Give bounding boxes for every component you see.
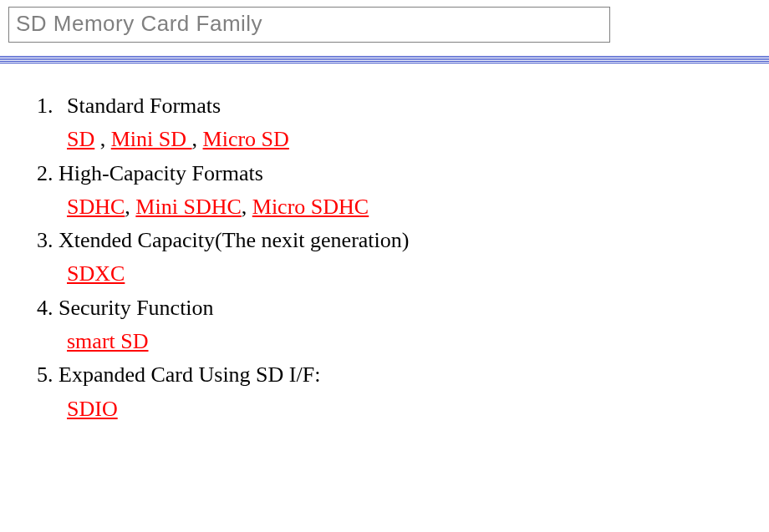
item-title: Standard Formats [67,94,221,118]
item-links: SDIO [37,393,769,426]
list-item: 4. Security Function smart SD [37,291,769,359]
item-number: 1. [37,89,67,123]
item-heading: 1.Standard Formats [37,94,221,118]
list-item: 2. High-Capacity Formats SDHC, Mini SDHC… [37,157,769,225]
link-micro-sdhc[interactable]: Micro SDHC [252,195,369,219]
item-title: Security Function [59,296,214,320]
link-sdxc[interactable]: SDXC [67,261,125,286]
item-number: 4. [37,296,53,320]
link-micro-sd[interactable]: Micro SD [203,127,289,151]
separator: , [94,127,111,151]
item-number: 3. [37,228,53,252]
page-title: SD Memory Card Family [16,11,262,36]
item-heading: 4. Security Function [37,296,214,320]
link-sdhc[interactable]: SDHC [67,195,125,219]
title-box: SD Memory Card Family [8,7,610,43]
link-smart-sd[interactable]: smart SD [67,329,149,353]
separator: , [242,195,252,219]
item-heading: 3. Xtended Capacity(The nexit generation… [37,228,409,252]
format-list: 1.Standard Formats SD , Mini SD , Micro … [37,89,769,426]
link-sdio[interactable]: SDIO [67,397,118,421]
link-sd[interactable]: SD [67,127,94,151]
item-links: SDXC [37,257,769,291]
item-heading: 5. Expanded Card Using SD I/F: [37,362,320,387]
link-mini-sd[interactable]: Mini SD [111,127,192,151]
list-item: 3. Xtended Capacity(The nexit generation… [37,224,769,291]
item-links: SD , Mini SD , Micro SD [37,123,769,156]
item-title: Xtended Capacity(The nexit generation) [59,228,409,252]
item-links: SDHC, Mini SDHC, Micro SDHC [37,190,769,224]
item-title: Expanded Card Using SD I/F: [59,362,320,387]
separator: , [125,195,135,219]
list-item: 1.Standard Formats SD , Mini SD , Micro … [37,89,769,157]
list-item: 5. Expanded Card Using SD I/F: SDIO [37,358,769,426]
item-title: High-Capacity Formats [59,161,263,185]
link-mini-sdhc[interactable]: Mini SDHC [135,195,241,219]
item-links: smart SD [37,325,769,358]
content-area: 1.Standard Formats SD , Mini SD , Micro … [37,89,769,426]
item-number: 2. [37,161,53,185]
item-heading: 2. High-Capacity Formats [37,161,263,185]
horizontal-divider [0,56,769,64]
item-number: 5. [37,362,53,387]
separator: , [192,127,203,151]
